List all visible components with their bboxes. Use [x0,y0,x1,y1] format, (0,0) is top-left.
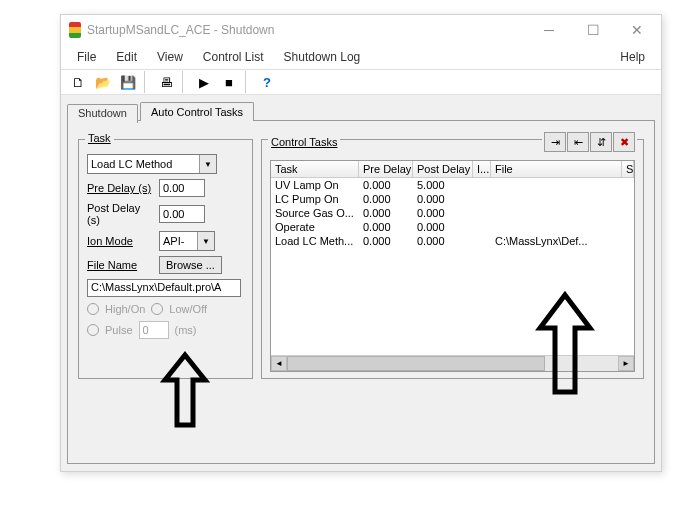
scroll-track[interactable] [287,356,618,371]
task-method-value: Load LC Method [91,158,172,170]
post-delay-input[interactable] [159,205,205,223]
table-row[interactable]: Load LC Meth...0.0000.000C:\MassLynx\Def… [271,234,634,248]
stop-icon[interactable]: ■ [218,71,240,93]
cell-post: 5.000 [413,178,473,192]
cell-file [491,206,622,220]
pre-delay-input[interactable] [159,179,205,197]
cell-task: Source Gas O... [271,206,359,220]
cell-post: 0.000 [413,220,473,234]
content-area: Shutdown Auto Control Tasks Task Load LC… [61,95,661,471]
menu-file[interactable]: File [67,47,106,67]
header-task[interactable]: Task [271,161,359,177]
separator [245,71,251,93]
ion-mode-dropdown[interactable]: API- [159,231,215,251]
header-pre-delay[interactable]: Pre Delay [359,161,413,177]
menu-shutdown-log[interactable]: Shutdown Log [274,47,371,67]
print-icon[interactable]: 🖶 [155,71,177,93]
cell-file [491,192,622,206]
app-icon [69,22,81,38]
open-icon[interactable]: 📂 [92,71,114,93]
scroll-right-icon[interactable]: ► [618,356,634,371]
ion-mode-label: Ion Mode [87,235,155,247]
app-window: StartupMSandLC_ACE - Shutdown ─ ☐ ✕ File… [60,14,662,472]
cell-pre: 0.000 [359,220,413,234]
tab-strip: Shutdown Auto Control Tasks [67,102,655,121]
window-title: StartupMSandLC_ACE - Shutdown [87,23,527,37]
control-tasks-list: Task Pre Delay Post Delay I... File S UV… [270,160,635,372]
cell-s [622,206,634,220]
tab-auto-control-tasks[interactable]: Auto Control Tasks [140,102,254,121]
cell-post: 0.000 [413,192,473,206]
cell-s [622,220,634,234]
cell-file [491,178,622,192]
help-icon[interactable]: ? [256,71,278,93]
header-post-delay[interactable]: Post Delay [413,161,473,177]
radio-low-label: Low/Off [169,303,207,315]
cell-file [491,220,622,234]
list-body[interactable]: UV Lamp On0.0005.000LC Pump On0.0000.000… [271,178,634,355]
tab-panel-auto: Task Load LC Method Pre Delay (s) Post D… [67,120,655,464]
move-up-icon[interactable]: ⇤ [567,132,589,152]
cell-pre: 0.000 [359,234,413,248]
minimize-button[interactable]: ─ [527,16,571,44]
pre-delay-label: Pre Delay (s) [87,182,155,194]
separator [144,71,150,93]
control-tasks-fieldset: Control Tasks ⇥ ⇤ ⇵ ✖ Task Pre Delay Pos… [261,139,644,379]
menu-help[interactable]: Help [610,47,655,67]
pulse-unit-label: (ms) [175,324,197,336]
close-button[interactable]: ✕ [615,16,659,44]
save-icon[interactable]: 💾 [117,71,139,93]
radio-high-label: High/On [105,303,145,315]
radio-pulse [87,324,99,336]
cell-i [473,206,491,220]
cell-i [473,220,491,234]
cell-post: 0.000 [413,206,473,220]
scroll-left-icon[interactable]: ◄ [271,356,287,371]
table-row[interactable]: Source Gas O...0.0000.000 [271,206,634,220]
menu-control-list[interactable]: Control List [193,47,274,67]
delete-task-icon[interactable]: ✖ [613,132,635,152]
separator [182,71,188,93]
radio-pulse-row: Pulse (ms) [87,321,244,339]
menubar: File Edit View Control List Shutdown Log… [61,45,661,69]
cell-task: LC Pump On [271,192,359,206]
header-file[interactable]: File [491,161,622,177]
file-name-label: File Name [87,259,155,271]
cell-post: 0.000 [413,234,473,248]
maximize-button[interactable]: ☐ [571,16,615,44]
cell-pre: 0.000 [359,178,413,192]
pulse-input [139,321,169,339]
table-row[interactable]: LC Pump On0.0000.000 [271,192,634,206]
toolbar: 🗋 📂 💾 🖶 ▶ ■ ? [61,69,661,95]
file-name-input[interactable]: C:\MassLynx\Default.pro\A [87,279,241,297]
horizontal-scrollbar[interactable]: ◄ ► [271,355,634,371]
browse-button[interactable]: Browse ... [159,256,222,274]
header-s[interactable]: S [622,161,634,177]
cell-i [473,234,491,248]
cell-file: C:\MassLynx\Def... [491,234,622,248]
cell-task: Operate [271,220,359,234]
radio-high-low-row: High/On Low/Off [87,303,244,315]
menu-view[interactable]: View [147,47,193,67]
cell-task: Load LC Meth... [271,234,359,248]
header-i[interactable]: I... [473,161,491,177]
ion-mode-value: API- [163,235,184,247]
cell-s [622,234,634,248]
task-method-dropdown[interactable]: Load LC Method [87,154,217,174]
move-down-icon[interactable]: ⇵ [590,132,612,152]
cell-s [622,178,634,192]
add-task-icon[interactable]: ⇥ [544,132,566,152]
cell-i [473,192,491,206]
table-row[interactable]: UV Lamp On0.0005.000 [271,178,634,192]
new-icon[interactable]: 🗋 [67,71,89,93]
table-row[interactable]: Operate0.0000.000 [271,220,634,234]
scroll-thumb[interactable] [287,356,545,371]
radio-low-off [151,303,163,315]
play-icon[interactable]: ▶ [193,71,215,93]
task-legend: Task [85,132,114,144]
post-delay-label: Post Delay (s) [87,202,155,226]
menu-edit[interactable]: Edit [106,47,147,67]
task-fieldset: Task Load LC Method Pre Delay (s) Post D… [78,139,253,379]
control-tasks-legend: Control Tasks [268,136,340,148]
tab-shutdown[interactable]: Shutdown [67,104,138,123]
